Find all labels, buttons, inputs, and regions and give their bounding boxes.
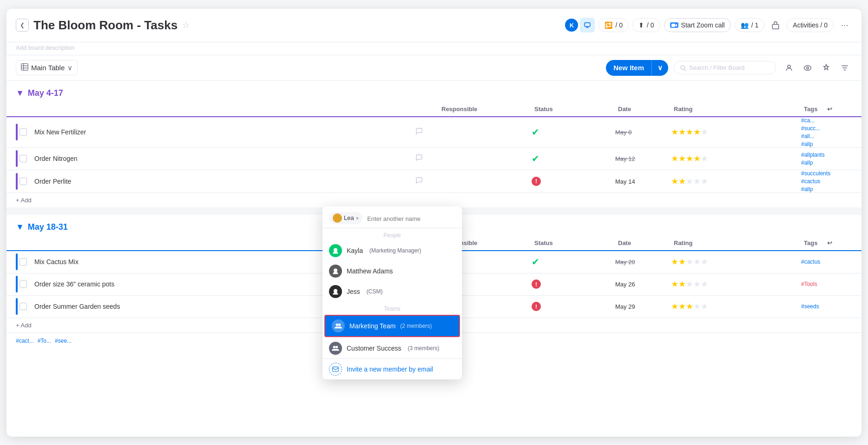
tags-cell[interactable]: #Tools — [801, 281, 824, 287]
invite-icon — [329, 363, 342, 376]
rating-cell[interactable]: ★★★★★ — [671, 279, 801, 289]
tags-cell[interactable]: #seeds — [801, 303, 824, 310]
col-undo: ↩ — [824, 236, 852, 250]
more-icon: ··· — [841, 20, 848, 30]
avatar-group: K — [564, 18, 595, 33]
lock-button[interactable] — [768, 18, 783, 33]
search-filter-box[interactable]: Search / Filter Board — [674, 61, 776, 74]
add-row-group1[interactable]: + Add — [7, 193, 861, 207]
row-checkbox[interactable] — [20, 258, 27, 266]
rating-cell[interactable]: ★★★★★ — [671, 257, 801, 267]
svg-point-18 — [334, 289, 337, 292]
svg-rect-0 — [585, 23, 591, 27]
dropdown-search-input[interactable] — [367, 215, 437, 222]
tags-cell[interactable]: #allplants#allp — [801, 152, 824, 166]
more-button[interactable]: ··· — [837, 18, 852, 33]
date-cell: May 26 — [615, 280, 671, 288]
row-checkbox[interactable] — [20, 280, 27, 288]
svg-rect-3 — [21, 64, 28, 70]
svg-point-15 — [335, 215, 339, 219]
people-dropdown: Lea × People Kayla (Marketing Manager) — [322, 206, 462, 379]
tags-cell[interactable]: #ca...#succ...#all...#allp — [801, 117, 824, 147]
status-done-icon: ✔ — [532, 126, 539, 138]
svg-point-21 — [333, 345, 335, 348]
share-upload-icon: ⬆ — [638, 21, 644, 29]
people-button[interactable]: 👥 / 1 — [735, 18, 765, 32]
svg-point-19 — [336, 323, 338, 325]
date-cell: May 8 — [615, 128, 671, 136]
new-item-chevron: ∨ — [651, 60, 668, 76]
group1-chevron[interactable]: ▼ — [16, 88, 24, 98]
activities-button[interactable]: Activities / 0 — [787, 18, 834, 32]
kayla-role: (Marketing Manager) — [369, 247, 421, 254]
person-jess[interactable]: Jess (CSM) — [322, 281, 462, 302]
team-marketing-item[interactable]: Marketing Team (2 members) — [324, 315, 460, 337]
row-bar — [16, 276, 18, 292]
row-name-cell: Order Nitrogen — [34, 155, 415, 162]
share-button[interactable]: ⬆ / 0 — [632, 18, 660, 32]
rating-cell[interactable]: ★★★★★ — [671, 153, 801, 164]
star-icon[interactable]: ☆ — [182, 20, 190, 30]
row-checkbox[interactable] — [20, 128, 27, 136]
dropdown-search-area: Lea × — [322, 206, 462, 228]
search-icon — [680, 65, 686, 71]
date-cell: May 29 — [615, 302, 671, 311]
status-cell: ! — [532, 177, 615, 186]
row-chat[interactable] — [415, 127, 439, 137]
collapse-button[interactable]: ❮ — [16, 19, 29, 32]
col-status: Status — [532, 236, 615, 250]
svg-point-17 — [334, 268, 337, 272]
row-chat[interactable] — [415, 154, 439, 163]
marketing-team-name: Marketing Team — [349, 322, 395, 330]
eye-icon[interactable] — [800, 60, 815, 75]
person-kayla[interactable]: Kayla (Marketing Manager) — [322, 240, 462, 261]
status-cell: ! — [532, 302, 615, 311]
status-error-icon: ! — [532, 302, 541, 311]
row-chat[interactable] — [415, 177, 439, 186]
svg-point-22 — [335, 345, 338, 348]
zoom-icon — [670, 22, 678, 28]
person-matthew-adams[interactable]: Matthew Adams — [322, 261, 462, 281]
person-filter-icon[interactable] — [782, 60, 796, 75]
row-checkbox[interactable] — [20, 303, 27, 310]
status-error-icon: ! — [532, 279, 541, 289]
cs-team-avatar — [329, 342, 342, 355]
zoom-call-button[interactable]: Start Zoom call — [664, 18, 731, 32]
row-bar — [16, 124, 18, 140]
new-item-button[interactable]: New Item ∨ — [606, 60, 668, 76]
share-icon[interactable] — [580, 18, 595, 33]
board-description[interactable]: Add board description — [7, 42, 861, 55]
row-bar — [16, 173, 18, 190]
invite-member-item[interactable]: Invite a new member by email — [322, 359, 462, 379]
row-bar — [16, 298, 18, 315]
col-check — [16, 102, 34, 116]
svg-point-11 — [807, 66, 809, 69]
avatar-k[interactable]: K — [564, 18, 579, 33]
row-left — [16, 124, 34, 140]
dropdown-selected-tags: Lea × — [329, 212, 455, 224]
filter-icon[interactable] — [837, 60, 852, 75]
table-view-button[interactable]: Main Table ∨ — [16, 60, 78, 75]
row-checkbox[interactable] — [20, 178, 27, 185]
row-checkbox[interactable] — [20, 155, 27, 162]
tags-cell[interactable]: #cactus — [801, 259, 824, 265]
team-customer-success[interactable]: Customer Success (3 members) — [322, 338, 462, 359]
group2-chevron[interactable]: ▼ — [16, 222, 24, 232]
col-tags: Tags — [801, 236, 824, 250]
row-bar — [16, 253, 18, 270]
col-check — [16, 236, 34, 250]
rating-cell[interactable]: ★★★★★ — [671, 127, 801, 137]
row-name-cell: Order Perlite — [34, 178, 415, 185]
reactions-button[interactable]: 🔁 / 0 — [598, 18, 629, 32]
teams-section-label: Teams — [322, 302, 462, 314]
row-name-cell: Mix New Fertilizer — [34, 128, 415, 136]
toolbar: Main Table ∨ New Item ∨ Search / Filter … — [7, 55, 861, 81]
rating-cell[interactable]: ★★★★★ — [671, 176, 801, 186]
tags-cell[interactable]: #succulents#cactus#allp — [801, 170, 824, 193]
status-cell: ! — [532, 279, 615, 289]
col-status: Status — [532, 102, 615, 116]
group1-title: May 4-17 — [28, 88, 63, 98]
tag-close-button[interactable]: × — [356, 215, 359, 221]
rating-cell[interactable]: ★★★★★ — [671, 301, 801, 312]
pin-icon[interactable] — [819, 60, 834, 75]
